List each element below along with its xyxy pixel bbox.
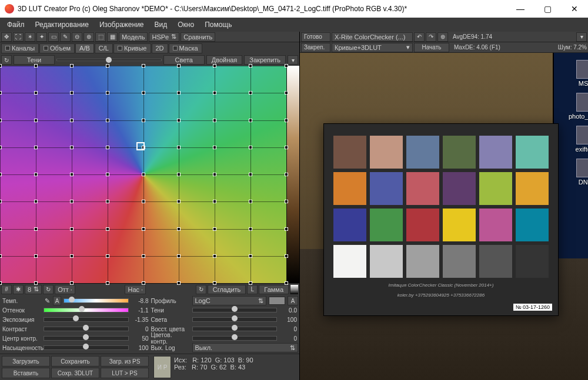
grid-node[interactable]: [249, 281, 252, 285]
menu-help[interactable]: Помощь: [200, 19, 236, 30]
menu-file[interactable]: Файл: [2, 19, 29, 30]
grid-node[interactable]: [34, 146, 38, 149]
tab-2d[interactable]: 2D: [152, 43, 168, 53]
shadows-highlights-slider[interactable]: [56, 59, 162, 61]
grid-node[interactable]: [70, 146, 74, 149]
grid-node[interactable]: [0, 64, 2, 68]
grid-icon[interactable]: #: [1, 285, 12, 294]
slider-3[interactable]: [44, 327, 129, 331]
center-icon[interactable]: ✦: [36, 32, 47, 42]
tab-cl[interactable]: C/L: [95, 43, 113, 53]
grid-size[interactable]: 8⇅: [25, 285, 42, 294]
slider-r-3[interactable]: [192, 336, 278, 341]
grid-node[interactable]: [70, 254, 74, 258]
grid-node[interactable]: [249, 254, 252, 258]
grid-node[interactable]: [213, 254, 216, 258]
save-3dlut-button[interactable]: Сохр. 3DLUT: [51, 368, 99, 378]
load-ps-button[interactable]: Загр. из PS: [101, 356, 149, 366]
ready-button[interactable]: Готово: [301, 32, 330, 42]
grid-node[interactable]: [70, 119, 74, 122]
redo-icon[interactable]: ↷: [426, 32, 436, 42]
menu-image[interactable]: Изображение: [95, 19, 149, 30]
grid-node[interactable]: [142, 227, 145, 231]
compare-button[interactable]: Сравнить: [181, 32, 215, 42]
grid-node[interactable]: [34, 227, 38, 231]
zoom-out-icon[interactable]: ⊖: [72, 32, 82, 42]
l-button[interactable]: L: [247, 285, 258, 294]
grid-node[interactable]: [0, 281, 2, 285]
grid-node[interactable]: [0, 173, 2, 176]
grid-node[interactable]: [34, 173, 38, 176]
menu-edit[interactable]: Редактирование: [31, 19, 93, 30]
marquee-icon[interactable]: ⬚: [95, 32, 106, 42]
grid-node[interactable]: [177, 200, 181, 203]
grid-node[interactable]: [70, 200, 74, 203]
profile-swatch[interactable]: [269, 297, 285, 305]
grid-node[interactable]: [34, 254, 38, 258]
shadows-button[interactable]: Тени: [14, 55, 55, 65]
grid-node[interactable]: [70, 173, 74, 176]
profile-select[interactable]: LogC⇅: [192, 296, 267, 305]
slider-4[interactable]: [44, 336, 129, 341]
grid-node[interactable]: [106, 146, 109, 149]
grid-node[interactable]: [177, 227, 181, 231]
a-button[interactable]: A: [53, 296, 61, 305]
double-button[interactable]: Двойная: [206, 55, 243, 65]
close-button[interactable]: ✕: [561, 0, 588, 18]
grid-node[interactable]: [285, 281, 288, 285]
slider-1[interactable]: [44, 308, 129, 312]
menu-dropdown-icon[interactable]: ▾: [288, 55, 298, 65]
a-button[interactable]: A: [288, 296, 298, 305]
move-icon[interactable]: ✥: [1, 32, 12, 42]
tab-ab[interactable]: A/B: [75, 43, 94, 53]
grid-node[interactable]: [34, 91, 38, 95]
image-preview[interactable]: MSC photo_3880 exiftool DNG Imitация Col…: [300, 53, 588, 380]
grid-node[interactable]: [213, 227, 216, 231]
minimize-button[interactable]: —: [507, 0, 534, 18]
grid-node[interactable]: [70, 281, 74, 285]
grid-node[interactable]: [177, 254, 181, 258]
gamma-button[interactable]: Гамма: [259, 285, 289, 294]
reset-smooth-icon[interactable]: ↻: [196, 285, 206, 294]
save-button[interactable]: Сохранить: [51, 356, 99, 366]
tab-channels[interactable]: Каналы: [1, 43, 39, 53]
load-button[interactable]: Загрузить: [2, 356, 50, 366]
grid-node[interactable]: [142, 254, 145, 258]
grid-node[interactable]: [34, 119, 38, 122]
grid-node[interactable]: [0, 254, 2, 258]
grid-center-marker[interactable]: [136, 142, 145, 150]
slider-5[interactable]: [44, 345, 129, 350]
grid-node[interactable]: [0, 146, 2, 149]
luminance-bar[interactable]: [286, 66, 299, 283]
maximize-button[interactable]: ▢: [534, 0, 561, 18]
grid-node[interactable]: [106, 173, 109, 176]
sat-label[interactable]: Нас ·: [125, 285, 146, 294]
model-select[interactable]: HSPe⇅: [149, 32, 179, 42]
reference-select[interactable]: X-Rite ColorChecker (...): [332, 32, 413, 42]
hex-icon[interactable]: ✱: [13, 285, 24, 294]
undo-icon[interactable]: ↶: [414, 32, 425, 42]
hue-label[interactable]: Отт ·: [55, 285, 75, 294]
reset-grid-icon[interactable]: ↻: [1, 55, 12, 65]
grid-node[interactable]: [142, 281, 145, 285]
eyedropper-icon[interactable]: ✎: [60, 32, 71, 42]
grid-node[interactable]: [213, 281, 216, 285]
grid-node[interactable]: [142, 173, 145, 176]
grid-node[interactable]: [0, 200, 2, 203]
select-rect-icon[interactable]: ▭: [48, 32, 59, 42]
lut-ps-button[interactable]: LUT > PS: [101, 368, 149, 378]
zoom-icon[interactable]: ⊕: [437, 32, 448, 42]
eyedropper-icon[interactable]: ✎: [44, 297, 51, 305]
slider-r-0[interactable]: [192, 308, 278, 312]
mode-select[interactable]: Кривые+3DLUT▾: [332, 43, 413, 52]
zoom-in-icon[interactable]: ⊕: [83, 32, 94, 42]
tab-mask[interactable]: Маска: [169, 43, 202, 53]
grid-node[interactable]: [106, 254, 109, 258]
grid-mode-icon[interactable]: ▦: [107, 32, 118, 42]
slider-r-1[interactable]: [192, 317, 278, 322]
color-grid[interactable]: [0, 66, 286, 283]
grid-node[interactable]: [106, 281, 109, 285]
smooth-button[interactable]: Сгладить: [208, 285, 246, 294]
menu-view[interactable]: Вид: [150, 19, 172, 30]
fit-icon[interactable]: ⛶: [13, 32, 24, 42]
